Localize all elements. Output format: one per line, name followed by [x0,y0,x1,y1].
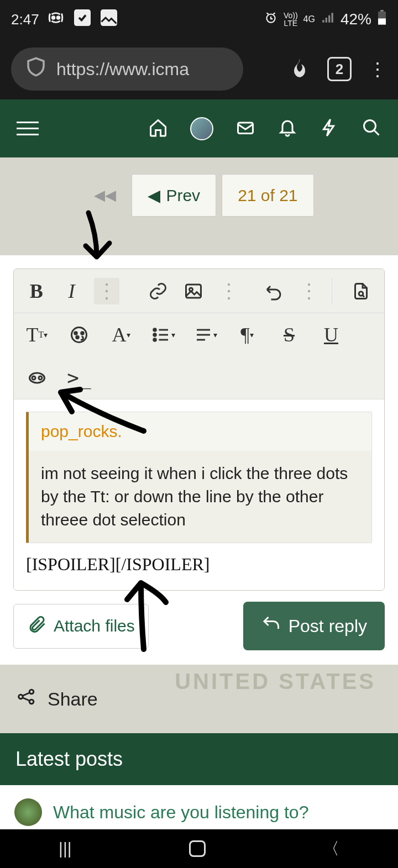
tab-count-value: 2 [336,61,343,78]
code-button[interactable]: >_ [66,365,92,391]
editor-box: B I ⋮ ⋮ ⋮ TT▾ [13,269,385,591]
share-label[interactable]: Share [48,688,98,710]
svg-point-21 [32,376,35,380]
spoiler-bbcode-text[interactable]: [ISPOILER][/ISPOILER] [26,543,372,578]
share-icon[interactable] [17,687,36,711]
align-button[interactable]: ▾ [192,322,218,348]
quote-author: pop_rocks. [29,412,371,451]
italic-button[interactable]: I [59,278,85,304]
svg-point-0 [52,16,55,19]
checkbox-icon [72,8,92,31]
flame-icon[interactable] [289,57,311,81]
post-title: What music are you listening to? [53,802,308,823]
attach-label: Attach files [54,617,135,635]
more-formatting-button[interactable]: ⋮ [94,278,119,304]
post-reply-button[interactable]: Post reply [243,602,385,650]
more-insert-button[interactable]: ⋮ [216,278,242,304]
shield-icon [24,55,48,83]
status-lte: LTE [284,19,298,27]
svg-rect-10 [186,285,201,298]
list-button[interactable]: ▾ [150,322,176,348]
signal-icon [321,10,335,28]
toolbar-row-2: TT▾ A ▾ ▾ ▾ ¶ ▾ S U [14,313,384,356]
paragraph-button[interactable]: ¶ ▾ [234,322,260,348]
status-time: 2:47 [11,11,39,28]
strikethrough-button[interactable]: S [276,322,302,348]
editor-area: B I ⋮ ⋮ ⋮ TT▾ [0,255,398,591]
bell-icon[interactable] [277,118,297,140]
chevron-left-icon: ◀ [148,186,160,205]
reply-icon [261,614,281,638]
browser-menu-icon[interactable]: ⋮ [368,58,387,80]
image-icon [99,8,119,31]
discord-icon [46,8,66,31]
tab-count-button[interactable]: 2 [327,57,352,81]
svg-rect-8 [238,123,253,134]
link-button[interactable] [146,278,171,304]
svg-point-16 [76,336,79,339]
svg-rect-7 [380,10,384,12]
first-page-button[interactable]: ◀◀ [84,174,126,217]
svg-point-12 [359,291,363,296]
preview-button[interactable] [348,278,374,304]
home-icon[interactable] [148,118,168,140]
current-page-indicator[interactable]: 21 of 21 [222,174,313,217]
color-picker-button[interactable] [66,322,92,348]
latest-posts-heading: Latest posts [0,733,398,785]
alarm-icon [264,10,278,28]
bold-button[interactable]: B [24,278,49,304]
status-4g: 4G [303,14,315,24]
battery-icon [377,10,387,29]
url-bar[interactable]: https://www.icma [11,48,243,91]
svg-point-1 [57,16,60,19]
mail-icon[interactable] [235,118,255,140]
pagination-area: ◀◀ ◀ Prev 21 of 21 [0,157,398,255]
android-nav-bar: ||| 〈 [0,829,398,868]
svg-rect-6 [378,18,386,24]
status-volte: Vo)) [284,12,298,19]
spoiler-mask-button[interactable] [24,365,50,391]
url-text: https://www.icma [56,59,189,80]
status-battery: 42% [341,10,371,28]
more-history-button[interactable]: ⋮ [296,278,322,304]
post-label: Post reply [289,616,367,636]
paperclip-icon [27,614,47,638]
prev-page-button[interactable]: ◀ Prev [132,174,216,217]
svg-point-15 [81,332,84,335]
status-bar: 2:47 Vo)) LTE 4G 42% [0,0,398,39]
attach-files-button[interactable]: Attach files [13,604,149,649]
svg-point-9 [364,120,376,131]
browser-bar: https://www.icma 2 ⋮ [0,39,398,99]
image-button[interactable] [181,278,206,304]
font-size-button[interactable]: TT▾ [24,322,50,348]
editor-content[interactable]: pop_rocks. im not seeing it when i click… [14,399,384,590]
current-page-label: 21 of 21 [238,186,297,205]
prev-label: Prev [166,186,200,205]
toolbar-row-3: >_ [14,356,384,399]
svg-point-14 [75,332,77,335]
share-bar: UNITED STATES Share [0,665,398,733]
user-avatar[interactable] [190,117,213,140]
home-button[interactable] [189,840,206,857]
quote-text: im not seeing it when i click the three … [29,451,371,543]
svg-point-17 [153,329,156,332]
undo-button[interactable] [261,278,287,304]
watermark-text: UNITED STATES [175,669,376,694]
recent-apps-button[interactable]: ||| [59,839,71,858]
svg-point-22 [39,376,42,380]
svg-rect-3 [101,10,116,25]
quote-block: pop_rocks. im not seeing it when i click… [26,412,372,543]
toolbar-row-1: B I ⋮ ⋮ ⋮ [14,269,384,313]
search-icon[interactable] [362,118,381,140]
underline-button[interactable]: U [318,322,344,348]
action-row: Attach files Post reply [0,591,398,665]
site-header [0,99,398,157]
svg-point-18 [153,334,156,336]
back-button[interactable]: 〈 [323,838,339,860]
svg-point-19 [153,339,156,341]
hamburger-menu[interactable] [17,122,39,135]
svg-point-13 [72,328,87,343]
bolt-icon[interactable] [320,118,339,140]
font-family-button[interactable]: A ▾ [108,322,134,348]
post-avatar [14,798,42,826]
